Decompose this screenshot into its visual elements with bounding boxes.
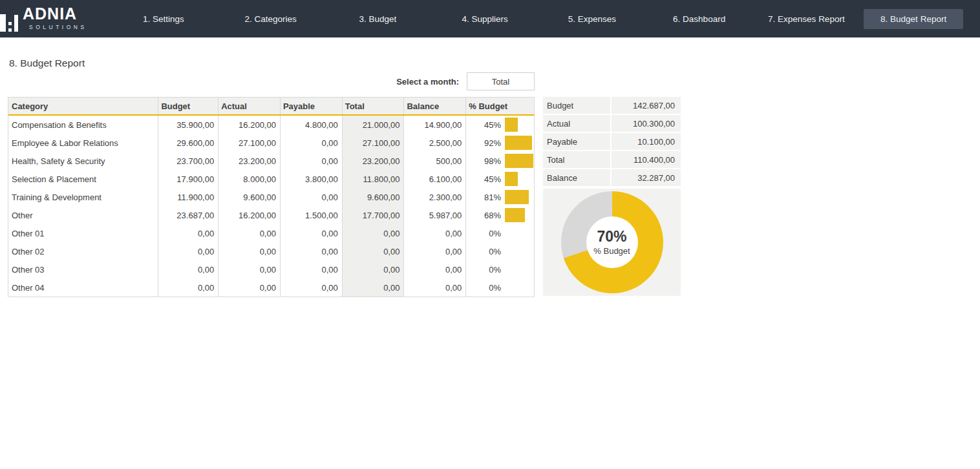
pct-value: 68% <box>466 211 501 220</box>
tab-settings[interactable]: 1. Settings <box>110 0 217 37</box>
pct-databar-track <box>505 118 534 132</box>
tab-expenses[interactable]: 5. Expenses <box>538 0 646 37</box>
summary-value: 110.400,00 <box>610 151 681 169</box>
pct-databar-track <box>505 154 534 168</box>
pct-value: 45% <box>466 120 501 130</box>
summary-label: Actual <box>543 115 610 133</box>
summary-row-total: Total110.400,00 <box>543 151 681 169</box>
cell-balance: 0,00 <box>404 224 466 242</box>
donut-center: 70% % Budget <box>586 216 638 268</box>
donut-caption: % Budget <box>593 246 630 256</box>
cell-total: 0,00 <box>343 260 405 278</box>
cell-balance: 0,00 <box>404 242 466 260</box>
pct-value: 92% <box>466 138 501 148</box>
cell-budget: 0,00 <box>158 260 218 278</box>
cell-payable: 0,00 <box>281 224 343 242</box>
month-selector-dropdown[interactable]: Total <box>467 72 535 90</box>
tab-dashboard[interactable]: 6. Dashboard <box>646 0 753 37</box>
cell-budget: 35.900,00 <box>158 116 218 134</box>
tab-budget-report[interactable]: 8. Budget Report <box>860 0 967 37</box>
pct-databar-track <box>505 136 534 150</box>
cell-total: 0,00 <box>343 278 405 297</box>
cell-actual: 9.600,00 <box>218 188 281 206</box>
cell-actual: 27.100,00 <box>218 134 281 152</box>
tab-label: 1. Settings <box>134 9 193 29</box>
tab-label: 3. Budget <box>350 9 405 29</box>
tab-label: 6. Dashboard <box>664 9 734 29</box>
cell-category: Training & Development <box>8 188 158 206</box>
cell-category: Other 04 <box>8 278 158 297</box>
equalizer-bars-icon <box>0 10 23 32</box>
cell-budget: 0,00 <box>158 224 218 242</box>
cell-pct-budget: 68% <box>466 206 534 224</box>
logo-subtitle: SOLUTIONS <box>29 25 87 30</box>
table-body: Compensation & Benefits35.900,0016.200,0… <box>8 116 534 297</box>
pct-value: 98% <box>466 156 501 166</box>
logo-colon-shape <box>8 28 12 32</box>
cell-budget: 23.687,00 <box>158 206 218 224</box>
cell-category: Other 03 <box>8 260 158 278</box>
cell-pct-budget: 0% <box>466 260 534 278</box>
cell-balance: 5.987,00 <box>404 206 466 224</box>
column-header-budget: % Budget <box>466 98 534 114</box>
table-row: Other 010,000,000,000,000,000% <box>8 224 534 242</box>
cell-total: 0,00 <box>343 242 405 260</box>
tab-label: 8. Budget Report <box>864 9 963 29</box>
cell-payable: 0,00 <box>281 152 343 170</box>
cell-payable: 0,00 <box>281 188 343 206</box>
adnia-logo: ADNIA SOLUTIONS <box>0 6 110 32</box>
column-header-total: Total <box>343 98 405 114</box>
table-row: Health, Safety & Security23.700,0023.200… <box>8 152 534 170</box>
cell-balance: 0,00 <box>404 278 466 297</box>
pct-databar-track <box>505 190 534 204</box>
table-header-row: CategoryBudgetActualPayableTotalBalance%… <box>8 98 534 116</box>
logo-name: ADNIA <box>23 6 87 22</box>
cell-total: 0,00 <box>343 224 405 242</box>
pct-value: 45% <box>466 174 501 184</box>
cell-actual: 0,00 <box>218 242 281 260</box>
cell-actual: 23.200,00 <box>218 152 281 170</box>
tab-suppliers[interactable]: 4. Suppliers <box>431 0 538 37</box>
pct-databar <box>505 136 531 150</box>
pct-databar <box>505 118 518 132</box>
pct-value: 0% <box>466 265 501 275</box>
cell-payable: 4.800,00 <box>281 116 343 134</box>
logo-bar-shape <box>0 19 6 32</box>
tab-label: 2. Categories <box>235 9 305 29</box>
summary-label: Balance <box>543 169 610 187</box>
column-header-actual: Actual <box>218 98 281 114</box>
cell-payable: 0,00 <box>281 260 343 278</box>
cell-budget: 29.600,00 <box>158 134 218 152</box>
tab-expenses-report[interactable]: 7. Expenses Report <box>753 0 860 37</box>
cell-actual: 16.200,00 <box>218 206 281 224</box>
cell-total: 9.600,00 <box>343 188 405 206</box>
pct-value: 81% <box>466 193 501 202</box>
table-row: Compensation & Benefits35.900,0016.200,0… <box>8 116 534 134</box>
cell-category: Other 02 <box>8 242 158 260</box>
column-header-balance: Balance <box>404 98 466 114</box>
pct-value: 0% <box>466 247 501 256</box>
pct-value: 0% <box>466 229 501 238</box>
cell-payable: 1.500,00 <box>281 206 343 224</box>
cell-balance: 0,00 <box>404 260 466 278</box>
pct-databar-track <box>505 226 534 240</box>
top-navbar: ADNIA SOLUTIONS 1. Settings2. Categories… <box>0 0 980 37</box>
table-row: Other 020,000,000,000,000,000% <box>8 242 534 260</box>
cell-category: Compensation & Benefits <box>8 116 158 134</box>
cell-total: 27.100,00 <box>343 134 405 152</box>
cell-category: Selection & Placement <box>8 170 158 188</box>
column-header-category: Category <box>8 98 158 114</box>
logo-text: ADNIA SOLUTIONS <box>23 6 87 30</box>
summary-row-balance: Balance32.287,00 <box>543 169 681 187</box>
tab-categories[interactable]: 2. Categories <box>217 0 325 37</box>
cell-total: 23.200,00 <box>343 152 405 170</box>
cell-payable: 3.800,00 <box>281 170 343 188</box>
pct-databar-track <box>505 262 534 276</box>
summary-row-payable: Payable10.100,00 <box>543 133 681 151</box>
tab-budget[interactable]: 3. Budget <box>325 0 432 37</box>
cell-pct-budget: 45% <box>466 116 534 134</box>
donut-percent-value: 70% <box>597 229 626 245</box>
summary-rows: Budget142.687,00Actual100.300,00Payable1… <box>543 97 681 187</box>
cell-actual: 16.200,00 <box>218 116 281 134</box>
month-selector-label: Select a month: <box>343 77 459 87</box>
